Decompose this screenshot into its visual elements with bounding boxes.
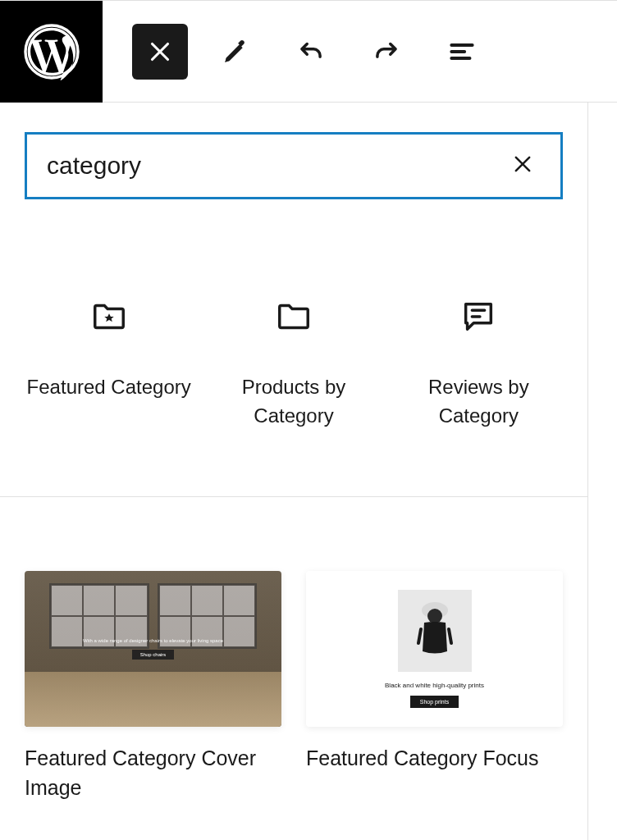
undo-icon xyxy=(295,36,327,67)
search-container xyxy=(0,103,587,199)
redo-button[interactable] xyxy=(359,24,414,80)
pattern-preview: Black and white high-quality prints Shop… xyxy=(306,571,563,727)
content-wrap: Featured Category Products by Category xyxy=(0,103,617,840)
preview-button: Shop prints xyxy=(410,696,459,708)
wordpress-logo[interactable] xyxy=(0,1,103,103)
block-products-by-category[interactable]: Products by Category xyxy=(201,281,386,447)
svg-point-2 xyxy=(427,609,442,623)
inserter-panel: Featured Category Products by Category xyxy=(0,103,588,840)
search-box xyxy=(25,132,563,199)
block-label: Featured Category xyxy=(27,373,191,402)
toolbar xyxy=(103,24,490,80)
clear-search-button[interactable] xyxy=(505,146,541,185)
close-inserter-button[interactable] xyxy=(132,24,188,80)
review-icon xyxy=(459,298,497,339)
pattern-label: Featured Category Focus xyxy=(306,743,563,773)
list-view-icon xyxy=(446,36,478,67)
wordpress-icon xyxy=(23,23,80,80)
patterns-section: With a wide range of designer chairs to … xyxy=(0,497,587,803)
block-label: Products by Category xyxy=(209,373,377,431)
folder-icon xyxy=(275,298,313,339)
undo-button[interactable] xyxy=(283,24,339,80)
figure-icon xyxy=(414,598,455,664)
folder-star-icon xyxy=(90,298,128,339)
pattern-label: Featured Category Cover Image xyxy=(25,743,281,803)
close-icon xyxy=(144,36,176,67)
preview-caption: Black and white high-quality prints xyxy=(385,682,484,689)
block-label: Reviews by Category xyxy=(395,373,563,431)
block-reviews-by-category[interactable]: Reviews by Category xyxy=(386,281,571,447)
document-overview-button[interactable] xyxy=(434,24,490,80)
close-icon xyxy=(511,153,534,176)
pattern-cover-image[interactable]: With a wide range of designer chairs to … xyxy=(25,571,281,803)
search-input[interactable] xyxy=(47,152,505,180)
pattern-preview: With a wide range of designer chairs to … xyxy=(25,571,281,727)
blocks-grid: Featured Category Products by Category xyxy=(0,199,587,497)
editor-header xyxy=(0,1,617,103)
pencil-icon xyxy=(220,36,251,67)
right-gutter xyxy=(588,103,617,840)
redo-icon xyxy=(371,36,402,67)
thumbnail-row xyxy=(0,802,587,840)
preview-subtitle: With a wide range of designer chairs to … xyxy=(83,638,223,643)
pattern-focus[interactable]: Black and white high-quality prints Shop… xyxy=(306,571,563,803)
preview-button: Shop chairs xyxy=(132,650,175,660)
block-featured-category[interactable]: Featured Category xyxy=(16,281,201,447)
edit-button[interactable] xyxy=(208,24,263,80)
